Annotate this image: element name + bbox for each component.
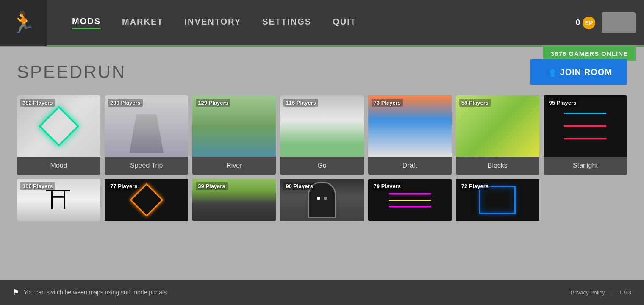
map-name-starlight: Starlight xyxy=(544,157,627,175)
dot-1[interactable] xyxy=(317,197,320,200)
nav-market[interactable]: MARKET xyxy=(122,17,164,28)
map-card-starlight[interactable]: 95 Players Starlight xyxy=(544,95,627,175)
map-thumbnail-speedtrip: 200 Players xyxy=(105,95,188,157)
map-name-speedtrip: Speed Trip xyxy=(105,157,188,175)
currency-amount: 0 xyxy=(576,18,580,27)
avatar xyxy=(602,12,636,33)
header: 🏃 MODS MARKET INVENTORY SETTINGS QUIT 0 … xyxy=(0,0,644,47)
player-count-bluegrid: 72 Players xyxy=(459,182,491,190)
join-room-label: JOIN ROOM xyxy=(560,67,612,77)
map-name-go: Go xyxy=(280,157,364,175)
footer-divider: | xyxy=(611,289,613,296)
map-thumbnail-river: 129 Players xyxy=(192,95,276,157)
dot-navigation xyxy=(317,197,327,200)
player-count-go: 116 Players xyxy=(283,99,318,107)
map-thumbnail-bluegrid: 72 Players xyxy=(456,179,539,221)
tip-content: You can switch between maps using surf m… xyxy=(24,289,168,296)
map-name-draft: Draft xyxy=(368,157,452,175)
nav-settings[interactable]: SETTINGS xyxy=(262,17,311,28)
tip-icon: ⚑ xyxy=(13,288,19,297)
map-thumbnail-tunnel: 90 Players xyxy=(280,179,364,221)
map-thumbnail-starlight: 95 Players xyxy=(544,95,627,157)
map-card-torii[interactable]: 106 Players xyxy=(17,179,100,221)
player-count-orangecube: 77 Players xyxy=(108,182,139,190)
bottom-bar: ⚑ You can switch between maps using surf… xyxy=(0,280,644,305)
map-card-mood[interactable]: 382 Players Mood xyxy=(17,95,100,175)
map-name-mood: Mood xyxy=(17,157,100,175)
map-thumbnail-blocks: 58 Players xyxy=(456,95,539,157)
player-count-road: 39 Players xyxy=(196,182,227,190)
maps-grid-row1: 382 Players Mood 200 Players Speed Trip … xyxy=(17,95,627,175)
map-thumbnail-road: 39 Players xyxy=(192,179,276,221)
nav-mods[interactable]: MODS xyxy=(72,17,101,29)
map-card-go[interactable]: 116 Players Go xyxy=(280,95,364,175)
map-name-blocks: Blocks xyxy=(456,157,539,175)
users-icon: 👥 xyxy=(545,67,556,77)
maps-grid-row2: 106 Players 77 Players 39 Players 90 Pla… xyxy=(17,179,627,221)
page-header: SPEEDRUN 👥 JOIN ROOM xyxy=(17,59,627,85)
map-thumbnail-torii: 106 Players xyxy=(17,179,100,221)
tip-text: ⚑ You can switch between maps using surf… xyxy=(13,288,168,297)
player-count-tunnel: 90 Players xyxy=(283,182,315,190)
map-thumbnail-orangecube: 77 Players xyxy=(105,179,188,221)
player-count-mood: 382 Players xyxy=(20,99,55,107)
privacy-policy-link[interactable]: Privacy Policy xyxy=(571,289,605,296)
player-count-draft: 73 Players xyxy=(372,99,403,107)
nav-links: MODS MARKET INVENTORY SETTINGS QUIT xyxy=(72,17,576,29)
currency-icon: EP xyxy=(583,17,595,29)
map-name-river: River xyxy=(192,157,276,175)
dot-2[interactable] xyxy=(324,197,327,200)
map-card-tunnel[interactable]: 90 Players xyxy=(280,179,364,221)
player-count-river: 129 Players xyxy=(196,99,230,107)
player-count-speedtrip: 200 Players xyxy=(108,99,143,107)
currency-display: 0 EP xyxy=(576,17,595,29)
map-card-orangecube[interactable]: 77 Players xyxy=(105,179,188,221)
player-count-blocks: 58 Players xyxy=(459,99,491,107)
map-thumbnail-mood: 382 Players xyxy=(17,95,100,157)
map-card-neonlines[interactable]: 79 Players xyxy=(368,179,452,221)
map-card-road[interactable]: 39 Players xyxy=(192,179,276,221)
player-count-starlight: 95 Players xyxy=(547,99,578,107)
map-card-blocks[interactable]: 58 Players Blocks xyxy=(456,95,539,175)
map-card-river[interactable]: 129 Players River xyxy=(192,95,276,175)
map-card-bluegrid[interactable]: 72 Players xyxy=(456,179,539,221)
map-card-draft[interactable]: 73 Players Draft xyxy=(368,95,452,175)
nav-inventory[interactable]: INVENTORY xyxy=(185,17,242,28)
map-thumbnail-neonlines: 79 Players xyxy=(368,179,452,221)
logo-box: 🏃 xyxy=(0,0,47,46)
map-thumbnail-go: 116 Players xyxy=(280,95,364,157)
map-card-speedtrip[interactable]: 200 Players Speed Trip xyxy=(105,95,188,175)
nav-quit[interactable]: QUIT xyxy=(333,17,356,28)
main-content: SPEEDRUN 👥 JOIN ROOM 382 Players Mood 20… xyxy=(0,47,644,234)
footer-right: Privacy Policy | 1.9.3 xyxy=(571,289,631,296)
page-title: SPEEDRUN xyxy=(17,62,126,82)
logo-icon: 🏃 xyxy=(11,11,36,35)
join-room-button[interactable]: 👥 JOIN ROOM xyxy=(530,59,627,85)
version-label: 1.9.3 xyxy=(619,289,631,296)
player-count-neonlines: 79 Players xyxy=(372,182,403,190)
header-right: 0 EP xyxy=(576,12,636,33)
map-thumbnail-draft: 73 Players xyxy=(368,95,452,157)
player-count-torii: 106 Players xyxy=(20,182,55,190)
